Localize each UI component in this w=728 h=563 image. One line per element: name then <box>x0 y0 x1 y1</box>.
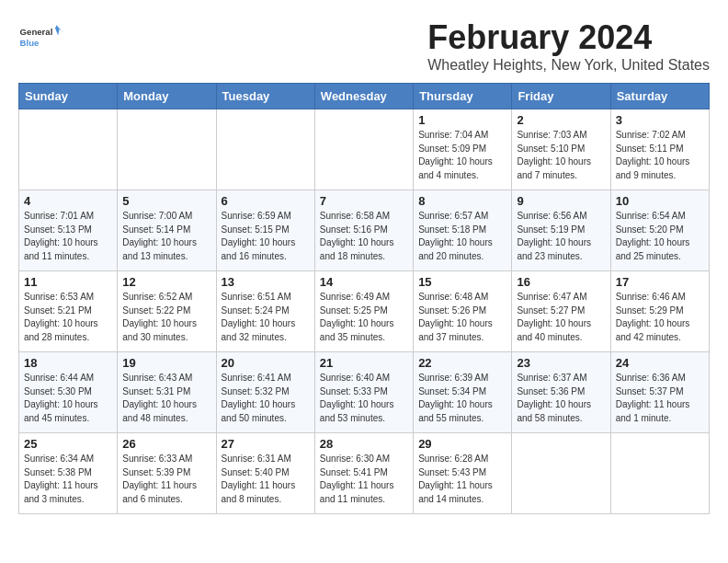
calendar-week-row: 18Sunrise: 6:44 AM Sunset: 5:30 PM Dayli… <box>19 352 710 433</box>
table-row: 6Sunrise: 6:59 AM Sunset: 5:15 PM Daylig… <box>216 190 314 271</box>
table-row: 12Sunrise: 6:52 AM Sunset: 5:22 PM Dayli… <box>118 271 216 352</box>
table-row: 25Sunrise: 6:34 AM Sunset: 5:38 PM Dayli… <box>19 433 118 514</box>
table-row: 27Sunrise: 6:31 AM Sunset: 5:40 PM Dayli… <box>216 433 314 514</box>
table-row <box>610 433 709 514</box>
day-number: 11 <box>24 275 112 289</box>
top-header: General Blue February 2024 Wheatley Heig… <box>18 18 710 83</box>
day-number: 20 <box>222 356 310 370</box>
day-info: Sunrise: 6:46 AM Sunset: 5:29 PM Dayligh… <box>616 291 704 344</box>
logo-svg: General Blue <box>18 18 63 55</box>
page-subtitle: Wheatley Heights, New York, United State… <box>427 57 710 74</box>
header-wednesday: Wednesday <box>314 84 413 109</box>
header-monday: Monday <box>118 84 216 109</box>
day-info: Sunrise: 6:49 AM Sunset: 5:25 PM Dayligh… <box>320 291 408 344</box>
day-info: Sunrise: 6:33 AM Sunset: 5:39 PM Dayligh… <box>122 453 210 506</box>
table-row <box>314 109 413 190</box>
table-row: 20Sunrise: 6:41 AM Sunset: 5:32 PM Dayli… <box>216 352 314 433</box>
table-row: 1Sunrise: 7:04 AM Sunset: 5:09 PM Daylig… <box>414 109 512 190</box>
day-number: 21 <box>320 356 408 370</box>
calendar-week-row: 25Sunrise: 6:34 AM Sunset: 5:38 PM Dayli… <box>19 433 710 514</box>
day-info: Sunrise: 6:52 AM Sunset: 5:22 PM Dayligh… <box>122 291 210 344</box>
day-number: 23 <box>517 356 605 370</box>
header-sunday: Sunday <box>19 84 118 109</box>
logo: General Blue <box>18 18 63 55</box>
table-row: 8Sunrise: 6:57 AM Sunset: 5:18 PM Daylig… <box>414 190 512 271</box>
header-thursday: Thursday <box>414 84 512 109</box>
calendar-week-row: 11Sunrise: 6:53 AM Sunset: 5:21 PM Dayli… <box>19 271 710 352</box>
table-row: 28Sunrise: 6:30 AM Sunset: 5:41 PM Dayli… <box>314 433 413 514</box>
day-info: Sunrise: 6:41 AM Sunset: 5:32 PM Dayligh… <box>222 372 310 425</box>
day-number: 9 <box>517 194 605 208</box>
day-info: Sunrise: 7:00 AM Sunset: 5:14 PM Dayligh… <box>122 210 210 263</box>
day-number: 3 <box>616 113 704 127</box>
day-info: Sunrise: 6:51 AM Sunset: 5:24 PM Dayligh… <box>222 291 310 344</box>
day-number: 6 <box>222 194 310 208</box>
table-row: 15Sunrise: 6:48 AM Sunset: 5:26 PM Dayli… <box>414 271 512 352</box>
page-title: February 2024 <box>427 18 710 57</box>
table-row: 17Sunrise: 6:46 AM Sunset: 5:29 PM Dayli… <box>610 271 709 352</box>
table-row: 23Sunrise: 6:37 AM Sunset: 5:36 PM Dayli… <box>512 352 610 433</box>
calendar-week-row: 4Sunrise: 7:01 AM Sunset: 5:13 PM Daylig… <box>19 190 710 271</box>
day-info: Sunrise: 6:39 AM Sunset: 5:34 PM Dayligh… <box>418 372 506 425</box>
day-number: 13 <box>222 275 310 289</box>
day-info: Sunrise: 6:57 AM Sunset: 5:18 PM Dayligh… <box>418 210 506 263</box>
day-number: 2 <box>517 113 605 127</box>
day-number: 12 <box>122 275 210 289</box>
table-row: 18Sunrise: 6:44 AM Sunset: 5:30 PM Dayli… <box>19 352 118 433</box>
table-row: 19Sunrise: 6:43 AM Sunset: 5:31 PM Dayli… <box>118 352 216 433</box>
day-info: Sunrise: 6:47 AM Sunset: 5:27 PM Dayligh… <box>517 291 605 344</box>
table-row: 22Sunrise: 6:39 AM Sunset: 5:34 PM Dayli… <box>414 352 512 433</box>
day-info: Sunrise: 6:37 AM Sunset: 5:36 PM Dayligh… <box>517 372 605 425</box>
svg-text:General: General <box>20 27 53 37</box>
table-row <box>118 109 216 190</box>
day-number: 19 <box>122 356 210 370</box>
header-saturday: Saturday <box>610 84 709 109</box>
day-info: Sunrise: 6:59 AM Sunset: 5:15 PM Dayligh… <box>222 210 310 263</box>
table-row: 16Sunrise: 6:47 AM Sunset: 5:27 PM Dayli… <box>512 271 610 352</box>
table-row: 3Sunrise: 7:02 AM Sunset: 5:11 PM Daylig… <box>610 109 709 190</box>
table-row: 11Sunrise: 6:53 AM Sunset: 5:21 PM Dayli… <box>19 271 118 352</box>
day-info: Sunrise: 7:02 AM Sunset: 5:11 PM Dayligh… <box>616 129 704 182</box>
day-number: 17 <box>616 275 704 289</box>
day-number: 4 <box>24 194 112 208</box>
table-row: 26Sunrise: 6:33 AM Sunset: 5:39 PM Dayli… <box>118 433 216 514</box>
day-number: 16 <box>517 275 605 289</box>
day-info: Sunrise: 6:54 AM Sunset: 5:20 PM Dayligh… <box>616 210 704 263</box>
table-row: 21Sunrise: 6:40 AM Sunset: 5:33 PM Dayli… <box>314 352 413 433</box>
day-info: Sunrise: 6:56 AM Sunset: 5:19 PM Dayligh… <box>517 210 605 263</box>
table-row: 29Sunrise: 6:28 AM Sunset: 5:43 PM Dayli… <box>414 433 512 514</box>
table-row: 4Sunrise: 7:01 AM Sunset: 5:13 PM Daylig… <box>19 190 118 271</box>
table-row: 13Sunrise: 6:51 AM Sunset: 5:24 PM Dayli… <box>216 271 314 352</box>
day-number: 10 <box>616 194 704 208</box>
day-info: Sunrise: 6:53 AM Sunset: 5:21 PM Dayligh… <box>24 291 112 344</box>
day-info: Sunrise: 7:01 AM Sunset: 5:13 PM Dayligh… <box>24 210 112 263</box>
day-number: 28 <box>320 437 408 451</box>
table-row <box>19 109 118 190</box>
table-row: 5Sunrise: 7:00 AM Sunset: 5:14 PM Daylig… <box>118 190 216 271</box>
svg-marker-2 <box>55 25 63 35</box>
day-info: Sunrise: 6:30 AM Sunset: 5:41 PM Dayligh… <box>320 453 408 506</box>
day-info: Sunrise: 6:43 AM Sunset: 5:31 PM Dayligh… <box>122 372 210 425</box>
day-info: Sunrise: 6:28 AM Sunset: 5:43 PM Dayligh… <box>418 453 506 506</box>
header-friday: Friday <box>512 84 610 109</box>
table-row: 9Sunrise: 6:56 AM Sunset: 5:19 PM Daylig… <box>512 190 610 271</box>
day-number: 24 <box>616 356 704 370</box>
day-number: 1 <box>418 113 506 127</box>
calendar-table: Sunday Monday Tuesday Wednesday Thursday… <box>18 83 710 514</box>
day-number: 18 <box>24 356 112 370</box>
day-info: Sunrise: 6:48 AM Sunset: 5:26 PM Dayligh… <box>418 291 506 344</box>
calendar-week-row: 1Sunrise: 7:04 AM Sunset: 5:09 PM Daylig… <box>19 109 710 190</box>
day-number: 22 <box>418 356 506 370</box>
day-number: 27 <box>222 437 310 451</box>
day-info: Sunrise: 7:04 AM Sunset: 5:09 PM Dayligh… <box>418 129 506 182</box>
day-number: 8 <box>418 194 506 208</box>
table-row: 10Sunrise: 6:54 AM Sunset: 5:20 PM Dayli… <box>610 190 709 271</box>
day-number: 29 <box>418 437 506 451</box>
day-info: Sunrise: 7:03 AM Sunset: 5:10 PM Dayligh… <box>517 129 605 182</box>
table-row: 7Sunrise: 6:58 AM Sunset: 5:16 PM Daylig… <box>314 190 413 271</box>
header-tuesday: Tuesday <box>216 84 314 109</box>
day-info: Sunrise: 6:58 AM Sunset: 5:16 PM Dayligh… <box>320 210 408 263</box>
table-row <box>512 433 610 514</box>
day-number: 14 <box>320 275 408 289</box>
day-info: Sunrise: 6:40 AM Sunset: 5:33 PM Dayligh… <box>320 372 408 425</box>
